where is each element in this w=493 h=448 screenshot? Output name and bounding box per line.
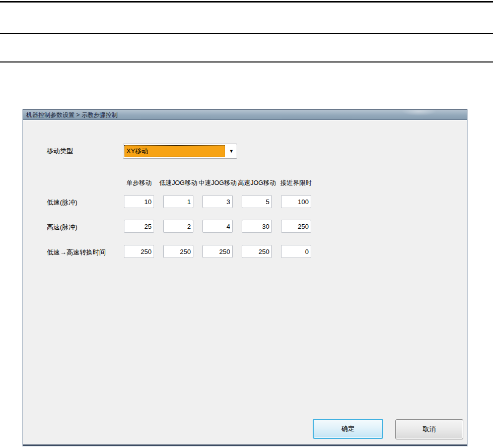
chevron-down-icon[interactable]: ▼ — [226, 144, 237, 158]
row-label-high-speed: 高速(脉冲) — [47, 223, 78, 232]
input-low-speed-step[interactable] — [124, 195, 154, 208]
input-high-speed-low-jog[interactable] — [163, 220, 193, 233]
column-header-near-limit: 接近界限时 — [276, 179, 316, 187]
input-high-speed-high-jog[interactable] — [242, 220, 272, 233]
settings-dialog: 机器控制参数设置 > 示教步骤控制 移动类型 XY移动 ▼ 单步移动 低速JOG… — [23, 109, 467, 446]
input-high-speed-mid-jog[interactable] — [202, 220, 233, 233]
cancel-button[interactable]: 取消 — [395, 419, 463, 439]
page-rule-bottom — [0, 61, 493, 62]
input-low-speed-near-limit[interactable] — [281, 195, 311, 208]
page-rule-middle — [0, 33, 493, 34]
column-header-low-jog: 低速JOG移动 — [159, 179, 198, 187]
input-low-speed-mid-jog[interactable] — [202, 195, 233, 208]
page-rule-top — [0, 1, 493, 3]
input-transition-low-jog[interactable] — [163, 245, 193, 258]
column-header-mid-jog: 中速JOG移动 — [198, 179, 237, 187]
input-low-speed-low-jog[interactable] — [163, 195, 193, 208]
column-header-high-jog: 高速JOG移动 — [237, 179, 276, 187]
row-label-transition-time: 低速→高速转换时间 — [47, 248, 106, 257]
input-transition-mid-jog[interactable] — [202, 245, 233, 258]
input-high-speed-near-limit[interactable] — [281, 220, 311, 233]
input-high-speed-step[interactable] — [124, 220, 154, 233]
input-low-speed-high-jog[interactable] — [242, 195, 272, 208]
ok-button[interactable]: 确定 — [313, 419, 383, 439]
move-type-label: 移动类型 — [47, 147, 73, 156]
input-transition-step[interactable] — [124, 245, 154, 258]
input-transition-near-limit[interactable] — [281, 245, 311, 258]
row-label-low-speed: 低速(脉冲) — [47, 198, 78, 207]
input-transition-high-jog[interactable] — [242, 245, 272, 258]
move-type-selected-value[interactable]: XY移动 — [124, 145, 225, 157]
column-header-step-move: 单步移动 — [119, 179, 159, 187]
dialog-title: 机器控制参数设置 > 示教步骤控制 — [26, 111, 118, 118]
dialog-content: 移动类型 XY移动 ▼ 单步移动 低速JOG移动 中速JOG移动 高速JOG移动… — [23, 120, 467, 444]
dialog-titlebar[interactable]: 机器控制参数设置 > 示教步骤控制 — [23, 110, 467, 120]
move-type-combobox[interactable]: XY移动 ▼ — [123, 144, 237, 159]
